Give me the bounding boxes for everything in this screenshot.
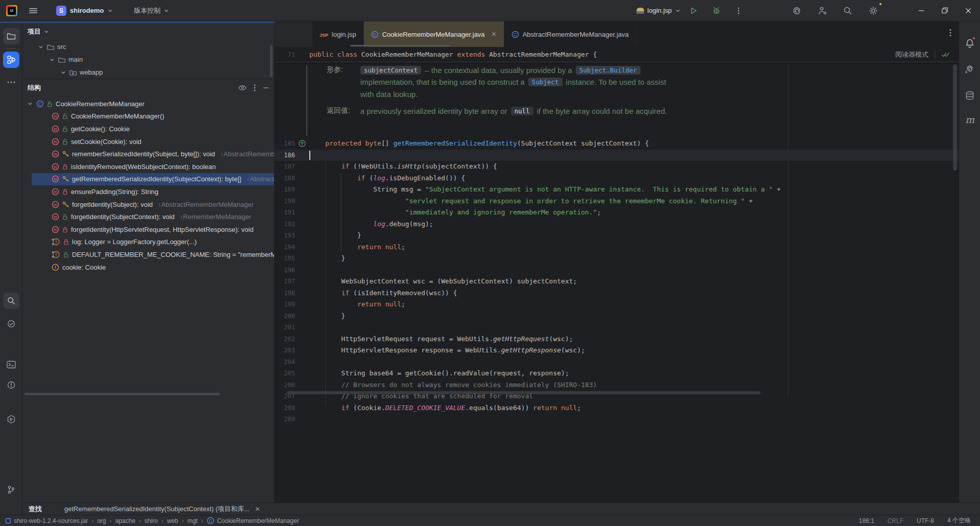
line-number[interactable]: 206 xyxy=(275,381,295,389)
code-line[interactable]: 193 } xyxy=(275,230,959,242)
structure-panel-header[interactable]: 结构 xyxy=(22,79,274,97)
code-line[interactable]: 185 protected byte[] getRememberedSerial… xyxy=(275,138,959,150)
breadcrumb-item[interactable]: shiro xyxy=(144,517,158,524)
git-tool-icon[interactable] xyxy=(3,482,19,498)
indent-setting[interactable]: 4 个空格 xyxy=(947,516,971,525)
ide-logo-icon[interactable]: IJ xyxy=(6,5,17,16)
structure-item[interactable]: mgetRememberedSerializedIdentity(Subject… xyxy=(32,173,274,186)
line-number[interactable]: 205 xyxy=(275,370,295,377)
code-line[interactable]: 192 log.debug(msg); xyxy=(275,219,959,230)
code-line[interactable]: 206 // Browsers do not always remove coo… xyxy=(275,379,959,391)
line-number[interactable]: 190 xyxy=(275,198,295,205)
line-number[interactable]: 189 xyxy=(275,186,295,193)
editor-tab[interactable]: CAbstractRememberMeManager.java xyxy=(504,21,636,47)
ai-chat-icon[interactable] xyxy=(962,60,978,77)
project-tree-row[interactable]: src xyxy=(22,40,274,53)
code-line[interactable]: 190 "servlet request and response in ord… xyxy=(275,196,959,207)
notifications-bell-icon[interactable] xyxy=(962,35,978,51)
line-number[interactable]: 201 xyxy=(275,324,295,331)
vcs-menu[interactable]: 版本控制 xyxy=(130,4,174,17)
code-line[interactable]: 209 xyxy=(275,414,959,425)
breadcrumb-item[interactable]: shiro-web-1.2.4-sources.jar xyxy=(5,517,88,524)
editor-hscrollbar[interactable] xyxy=(287,391,761,394)
maven-icon[interactable]: m xyxy=(962,111,978,128)
line-number[interactable]: 188 xyxy=(275,175,295,182)
find-result-tab[interactable]: getRememberedSerializedIdentity(SubjectC… xyxy=(64,505,260,514)
project-selector[interactable]: S shirodemo xyxy=(52,4,117,18)
code-line[interactable]: 196 xyxy=(275,265,959,276)
line-number[interactable]: 186 xyxy=(275,152,295,159)
line-number[interactable]: 198 xyxy=(275,290,295,297)
chevron-down-icon[interactable] xyxy=(60,69,66,76)
code-line[interactable]: 195 } xyxy=(275,253,959,265)
code-line[interactable]: 201 xyxy=(275,322,959,333)
more-actions-icon[interactable] xyxy=(731,3,746,18)
code-line[interactable]: 189 String msg = "SubjectContext argumen… xyxy=(275,184,959,196)
code-line[interactable]: 199 return null; xyxy=(275,299,959,310)
code-line[interactable]: 186 xyxy=(275,150,959,161)
line-number[interactable]: 196 xyxy=(275,267,295,274)
project-scrollbar[interactable] xyxy=(270,45,273,77)
editor-tab[interactable]: JSPlogin.jsp xyxy=(312,21,364,47)
project-tool-icon[interactable] xyxy=(3,28,19,44)
breadcrumb-item[interactable]: apache xyxy=(115,517,135,524)
structure-item[interactable]: misIdentityRemoved(WebSubjectContext): b… xyxy=(22,160,274,173)
breadcrumb-item[interactable]: web xyxy=(167,517,178,524)
code-line[interactable]: 191 "immediately and ignoring rememberMe… xyxy=(275,207,959,219)
code-line[interactable]: 204 xyxy=(275,356,959,368)
doc-class-chip[interactable]: Subject xyxy=(528,78,562,86)
terminal-tool-icon[interactable] xyxy=(3,356,19,373)
reader-mode-link[interactable]: 阅读器模式 xyxy=(895,50,928,59)
search-everywhere-icon[interactable] xyxy=(840,3,855,18)
structure-item[interactable]: mforgetIdentity(SubjectContext): void↑Re… xyxy=(22,210,274,223)
main-menu-icon[interactable] xyxy=(26,3,41,18)
caret-position[interactable]: 186:1 xyxy=(859,517,874,524)
sticky-header-line[interactable]: 71 public class CookieRememberMeManager … xyxy=(275,47,959,62)
line-number[interactable]: 203 xyxy=(275,347,295,354)
editor-vscrollbar[interactable] xyxy=(953,64,957,171)
breadcrumb-item[interactable]: org xyxy=(97,517,106,524)
editor-tab[interactable]: CCookieRememberMeManager.java✕ xyxy=(364,21,504,47)
problems-tool-icon[interactable] xyxy=(3,377,19,393)
structure-hscrollbar[interactable] xyxy=(24,393,219,395)
chevron-down-icon[interactable] xyxy=(27,101,33,107)
debug-button[interactable] xyxy=(708,3,724,18)
code-line[interactable]: 208 if (Cookie.DELETED_COOKIE_VALUE.equa… xyxy=(275,402,959,414)
line-number[interactable]: 202 xyxy=(275,336,295,343)
code-line[interactable]: 197 WebSubjectContext wsc = (WebSubjectC… xyxy=(275,276,959,288)
structure-item[interactable]: CCookieRememberMeManager xyxy=(22,98,274,110)
line-number[interactable]: 204 xyxy=(275,358,295,366)
restore-button[interactable] xyxy=(933,0,957,21)
tabs-scrollbar[interactable] xyxy=(350,45,450,46)
code-line[interactable]: 194 return null; xyxy=(275,242,959,253)
code-line[interactable]: 205 String base64 = getCookie().readValu… xyxy=(275,368,959,379)
close-icon[interactable]: ✕ xyxy=(255,506,260,513)
file-encoding[interactable]: UTF-8 xyxy=(917,517,934,524)
line-number[interactable]: 191 xyxy=(275,209,295,216)
inspections-ok-icon[interactable] xyxy=(941,51,950,58)
breadcrumb-item[interactable]: CCookieRememberMeManager xyxy=(207,517,299,524)
minimize-button[interactable] xyxy=(910,0,933,21)
commit-tool-icon[interactable] xyxy=(3,316,19,332)
line-number[interactable]: 209 xyxy=(275,416,295,423)
code-line[interactable]: 188 if (log.isDebugEnabled()) { xyxy=(275,173,959,184)
chevron-down-icon[interactable] xyxy=(38,44,44,50)
project-tree-row[interactable]: main xyxy=(22,53,274,66)
code-line[interactable]: 187 if (!WebUtils.isHttp(subjectContext)… xyxy=(275,161,959,173)
view-options-eye-icon[interactable] xyxy=(238,85,247,91)
structure-item[interactable]: msetCookie(Cookie): void xyxy=(22,135,274,148)
database-icon[interactable] xyxy=(962,88,978,104)
code-with-me-icon[interactable] xyxy=(815,3,830,18)
ai-assistant-icon[interactable] xyxy=(789,3,804,18)
line-number[interactable]: 193 xyxy=(275,232,295,239)
line-separator[interactable]: CRLF xyxy=(888,517,903,524)
more-tool-windows-icon[interactable] xyxy=(3,74,19,90)
tab-options-icon[interactable] xyxy=(949,29,951,37)
code-line[interactable]: 203 HttpServletResponse response = WebUt… xyxy=(275,345,959,356)
structure-item[interactable]: mrememberSerializedIdentity(Subject, byt… xyxy=(22,148,274,160)
line-number[interactable]: 197 xyxy=(275,278,295,285)
line-number[interactable]: 192 xyxy=(275,221,295,228)
line-number[interactable]: 194 xyxy=(275,244,295,251)
structure-item[interactable]: mCookieRememberMeManager() xyxy=(22,110,274,123)
overrides-method-icon[interactable] xyxy=(298,139,306,148)
